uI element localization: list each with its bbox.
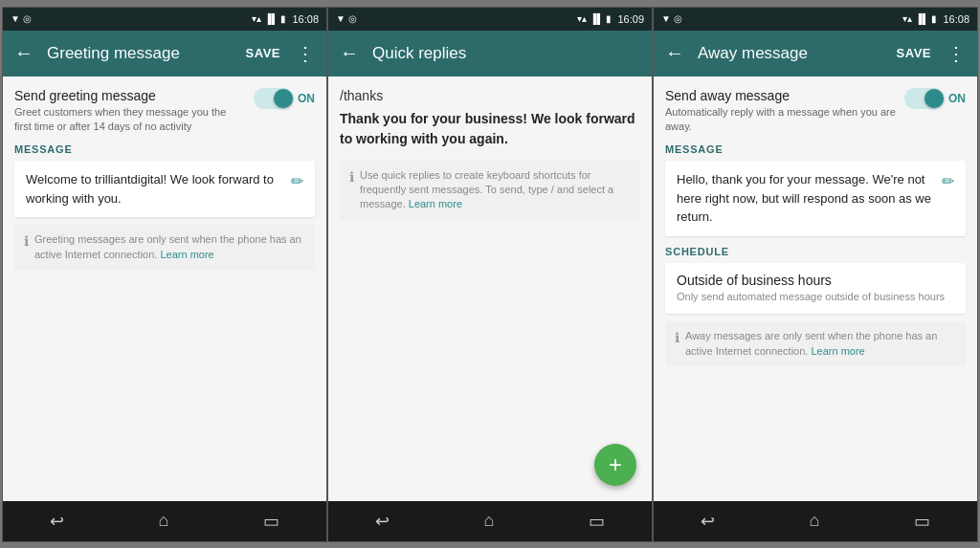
phone-2: ▼ ◎ ▾▴ ▐▌ ▮ 16:09 ← Quick replies /thank… xyxy=(327,7,653,542)
toggle-title-3: Send away message xyxy=(665,88,897,103)
time-2: 16:09 xyxy=(617,13,644,25)
recents-nav-2[interactable]: ▭ xyxy=(589,511,605,532)
toggle-row-3: Send away message Automatically reply wi… xyxy=(665,88,966,135)
toolbar-2: ← Quick replies xyxy=(328,31,652,77)
signal-icon-1: ▐▌ xyxy=(264,13,278,24)
wifi-icon-2: ▾▴ xyxy=(577,13,587,24)
status-bar-left-3: ▼ ◎ xyxy=(661,13,682,24)
toolbar-3: ← Away message SAVE ⋮ xyxy=(654,31,977,77)
content-3: Send away message Automatically reply wi… xyxy=(654,77,977,501)
info-box-3: ℹ Away messages are only sent when the p… xyxy=(665,321,966,366)
info-circle-icon-3: ℹ xyxy=(675,330,679,345)
time-3: 16:08 xyxy=(943,13,969,25)
toggle-track-3[interactable] xyxy=(904,88,945,109)
signal-icon-2: ▐▌ xyxy=(590,13,603,24)
toolbar-title-3: Away message xyxy=(698,44,887,63)
notification-icon-2: ▼ ◎ xyxy=(336,13,357,24)
back-nav-3[interactable]: ↩ xyxy=(701,511,715,532)
back-button-3[interactable]: ← xyxy=(665,42,684,64)
battery-icon-3: ▮ xyxy=(931,13,937,24)
info-circle-icon-1: ℹ xyxy=(24,233,29,249)
edit-icon-1[interactable]: ✏ xyxy=(291,172,303,190)
toolbar-title-2: Quick replies xyxy=(372,44,640,63)
reply-message-2: Thank you for your business! We look for… xyxy=(340,109,640,149)
message-section-label-3: MESSAGE xyxy=(665,143,966,155)
phone-3: ▼ ◎ ▾▴ ▐▌ ▮ 16:08 ← Away message SAVE ⋮ … xyxy=(653,7,978,542)
signal-icon-3: ▐▌ xyxy=(915,13,928,24)
wifi-icon-3: ▾▴ xyxy=(902,13,912,24)
toggle-track-1[interactable] xyxy=(254,88,294,109)
learn-more-link-2[interactable]: Learn more xyxy=(409,198,462,209)
message-text-1: Welcome to trilliantdigital! We look for… xyxy=(26,170,283,208)
toggle-text-1: Send greeting message Greet customers wh… xyxy=(14,88,254,135)
toggle-subtitle-3: Automatically reply with a message when … xyxy=(665,105,897,135)
info-box-2: ℹ Use quick replies to create keyboard s… xyxy=(340,161,640,220)
info-text-1: Greeting messages are only sent when the… xyxy=(34,232,305,262)
toolbar-title-1: Greeting message xyxy=(47,44,236,63)
toggle-subtitle-1: Greet customers when they message you th… xyxy=(14,105,246,135)
save-button-1[interactable]: SAVE xyxy=(246,46,280,60)
status-bar-right-2: ▾▴ ▐▌ ▮ 16:09 xyxy=(577,13,644,25)
save-button-3[interactable]: SAVE xyxy=(897,46,931,60)
bottom-nav-1: ↩ ⌂ ▭ xyxy=(3,501,326,541)
status-bar-right-3: ▾▴ ▐▌ ▮ 16:08 xyxy=(902,13,969,25)
learn-more-link-1[interactable]: Learn more xyxy=(160,249,213,260)
shortcut-text-2: /thanks xyxy=(340,88,640,103)
toggle-label-3: ON xyxy=(948,92,966,105)
phone-1: ▼ ◎ ▾▴ ▐▌ ▮ 16:08 ← Greeting message SAV… xyxy=(2,7,327,542)
recents-nav-1[interactable]: ▭ xyxy=(263,511,279,532)
time-1: 16:08 xyxy=(292,13,319,25)
toggle-text-3: Send away message Automatically reply wi… xyxy=(665,88,904,135)
back-nav-2[interactable]: ↩ xyxy=(375,511,390,532)
bottom-nav-3: ↩ ⌂ ▭ xyxy=(654,501,977,541)
toggle-switch-3[interactable]: ON xyxy=(904,88,966,109)
toggle-thumb-3 xyxy=(924,89,944,108)
content-2: /thanks Thank you for your business! We … xyxy=(328,77,652,501)
toggle-switch-1[interactable]: ON xyxy=(254,88,315,109)
notification-icon-3: ▼ ◎ xyxy=(661,13,682,24)
toggle-label-1: ON xyxy=(298,92,315,105)
message-block-1: Welcome to trilliantdigital! We look for… xyxy=(14,161,315,217)
status-bar-3: ▼ ◎ ▾▴ ▐▌ ▮ 16:08 xyxy=(654,8,977,31)
wifi-icon-1: ▾▴ xyxy=(252,13,261,24)
schedule-subtitle-3: Only send automated message outside of b… xyxy=(677,290,954,304)
info-box-1: ℹ Greeting messages are only sent when t… xyxy=(14,225,315,270)
notification-icon-1: ▼ ◎ xyxy=(11,13,32,24)
learn-more-link-3[interactable]: Learn more xyxy=(811,345,864,357)
edit-icon-3[interactable]: ✏ xyxy=(942,172,954,190)
status-bar-1: ▼ ◎ ▾▴ ▐▌ ▮ 16:08 xyxy=(3,8,326,31)
back-button-2[interactable]: ← xyxy=(340,42,359,64)
toggle-row-1: Send greeting message Greet customers wh… xyxy=(14,88,315,135)
recents-nav-3[interactable]: ▭ xyxy=(914,511,930,532)
info-circle-icon-2: ℹ xyxy=(349,169,354,185)
back-nav-1[interactable]: ↩ xyxy=(50,511,64,532)
status-bar-right-1: ▾▴ ▐▌ ▮ 16:08 xyxy=(252,13,319,25)
more-button-3[interactable]: ⋮ xyxy=(947,42,966,65)
battery-icon-1: ▮ xyxy=(280,13,286,24)
schedule-section-label-3: SCHEDULE xyxy=(665,246,966,257)
battery-icon-2: ▮ xyxy=(606,13,612,24)
toggle-thumb-1 xyxy=(274,89,293,108)
info-text-2: Use quick replies to create keyboard sho… xyxy=(360,168,631,212)
status-bar-left-2: ▼ ◎ xyxy=(336,13,357,24)
home-nav-3[interactable]: ⌂ xyxy=(810,511,820,531)
bottom-nav-2: ↩ ⌂ ▭ xyxy=(328,501,652,541)
home-nav-1[interactable]: ⌂ xyxy=(159,511,169,531)
home-nav-2[interactable]: ⌂ xyxy=(484,511,495,531)
more-button-1[interactable]: ⋮ xyxy=(296,42,315,65)
back-button-1[interactable]: ← xyxy=(14,42,33,64)
toggle-title-1: Send greeting message xyxy=(14,88,246,103)
section-label-1: MESSAGE xyxy=(14,143,315,155)
outside-block-3: Outside of business hours Only send auto… xyxy=(665,263,966,314)
message-text-3: Hello, thank you for your message. We're… xyxy=(677,170,934,227)
message-block-3: Hello, thank you for your message. We're… xyxy=(665,161,966,236)
fab-button-2[interactable]: + xyxy=(594,444,636,486)
status-bar-2: ▼ ◎ ▾▴ ▐▌ ▮ 16:09 xyxy=(328,8,652,31)
status-bar-left-1: ▼ ◎ xyxy=(11,13,32,24)
toolbar-1: ← Greeting message SAVE ⋮ xyxy=(3,31,326,77)
content-1: Send greeting message Greet customers wh… xyxy=(3,77,326,501)
info-text-3: Away messages are only sent when the pho… xyxy=(685,329,956,359)
phones-container: ▼ ◎ ▾▴ ▐▌ ▮ 16:08 ← Greeting message SAV… xyxy=(0,0,980,548)
schedule-title-3: Outside of business hours xyxy=(677,273,954,288)
